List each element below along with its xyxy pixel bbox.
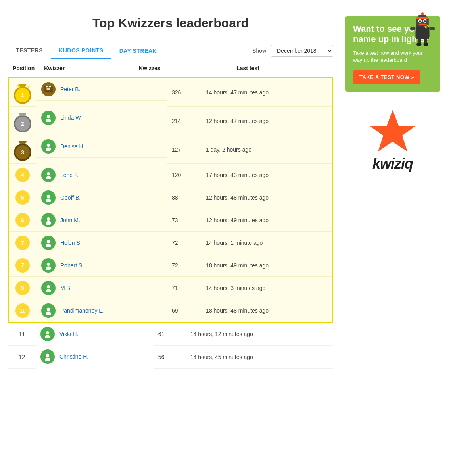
- svg-point-31: [419, 20, 421, 22]
- kwizzer-cell: Peter B.: [36, 78, 167, 101]
- svg-point-21: [47, 307, 50, 311]
- kwiziq-logo: kwiziq: [345, 100, 440, 180]
- kwiziq-star-icon: [369, 108, 416, 155]
- svg-point-8: [46, 147, 51, 151]
- position-cell: ★ ★ ★ 1: [9, 78, 36, 107]
- kwizzer-cell: Helen S.: [36, 232, 167, 254]
- svg-point-2: [46, 86, 48, 87]
- svg-point-6: [46, 119, 51, 122]
- svg-point-19: [47, 285, 50, 288]
- kwizzer-name[interactable]: John M.: [60, 217, 80, 223]
- kwiziq-brand-name: kwiziq: [372, 155, 413, 172]
- position-badge: 5: [15, 190, 30, 205]
- svg-point-15: [47, 240, 50, 243]
- kwizzer-cell: Christine H.: [36, 345, 154, 368]
- avatar: [40, 327, 55, 341]
- svg-rect-45: [418, 15, 427, 17]
- svg-point-23: [46, 331, 50, 335]
- last-test-cell: 12 hours, 49 minutes ago: [201, 209, 332, 232]
- svg-point-14: [46, 221, 51, 225]
- sidebar: Want to see your name up in lights? Take…: [345, 16, 440, 369]
- svg-point-9: [47, 172, 50, 175]
- kwizzes-cell: 73: [167, 209, 201, 232]
- position-badge: 7: [15, 258, 30, 273]
- svg-rect-42: [416, 43, 421, 46]
- kwizzer-name[interactable]: Geoff B.: [60, 194, 81, 201]
- avatar: [41, 111, 56, 125]
- kwizzer-cell: Linda W.: [36, 107, 167, 129]
- table-row: 7 Helen S. 72 14 hours, 1 minute ago: [9, 232, 332, 254]
- kwizzes-cell: 120: [167, 164, 201, 186]
- table-row: 4 Lene F. 120 17 hours, 43 minutes ago: [9, 164, 332, 186]
- last-test-cell: 14 hours, 45 minutes ago: [186, 345, 333, 368]
- svg-rect-37: [430, 27, 435, 30]
- last-test-cell: 12 hours, 48 minutes ago: [201, 186, 332, 209]
- take-test-button[interactable]: TAKE A TEST NOW »: [353, 70, 420, 84]
- svg-rect-43: [424, 43, 428, 46]
- avatar: [41, 82, 56, 96]
- svg-point-20: [46, 289, 51, 292]
- top10-table: ★ ★ ★ 1 Peter B.: [9, 78, 332, 322]
- position-cell: 3: [9, 135, 36, 164]
- svg-rect-4: [46, 88, 50, 90]
- period-select[interactable]: December 2018 November 2018 October 2018…: [271, 45, 333, 57]
- position-cell: 7: [9, 232, 36, 254]
- position-cell: 7: [9, 254, 36, 277]
- last-test-cell: 17 hours, 43 minutes ago: [201, 164, 332, 186]
- leaderboard-table: Position Kwizzer Kwizzes Last test: [8, 60, 333, 77]
- avatar: [41, 213, 56, 227]
- kwizzer-name[interactable]: Robert S.: [60, 262, 84, 269]
- last-test-cell: 14 hours, 12 minutes ago: [186, 323, 333, 345]
- kwizzer-cell: Lene F.: [36, 164, 167, 186]
- last-test-cell: 1 day, 2 hours ago: [201, 135, 332, 164]
- table-row: 5 Geoff B. 88 12 hours, 48 minutes ago: [9, 186, 332, 209]
- col-kwizzer: Kwizzer: [39, 60, 134, 77]
- kwizzes-cell: 69: [167, 299, 201, 322]
- tab-testers[interactable]: TESTERS: [8, 42, 51, 60]
- kwizzer-cell: John M.: [36, 209, 167, 232]
- svg-rect-36: [410, 27, 416, 30]
- table-row: 12 Christine H. 56 14 hours, 45 minutes …: [8, 345, 333, 368]
- table-row: 11 Vikki H. 61 14 hours, 12 minutes ago: [8, 323, 333, 345]
- kwizzer-cell: Geoff B.: [36, 186, 167, 209]
- last-test-cell: 14 hours, 1 minute ago: [201, 232, 332, 254]
- kwizzer-cell: Vikki H.: [36, 323, 154, 345]
- kwizzer-name[interactable]: M B.: [60, 285, 72, 291]
- svg-point-22: [46, 311, 51, 315]
- position-cell: 6: [9, 209, 36, 232]
- kwizzer-name[interactable]: Christine H.: [60, 353, 88, 360]
- avatar: [41, 190, 56, 205]
- avatar: [41, 139, 56, 154]
- table-row: 3 Denise H. 127 1 day, 2 hours ago: [9, 135, 332, 164]
- tab-kudos[interactable]: KUDOS POINTS: [51, 42, 111, 60]
- kwizzes-cell: 326: [167, 78, 201, 107]
- svg-point-3: [49, 86, 51, 87]
- kwizzer-name[interactable]: Lene F.: [60, 172, 79, 178]
- svg-point-16: [46, 244, 51, 247]
- promo-box: Want to see your name up in lights? Take…: [345, 16, 440, 92]
- kwizzer-name[interactable]: Linda W.: [60, 115, 82, 121]
- kwizzer-name[interactable]: Helen S.: [60, 240, 82, 246]
- svg-point-32: [424, 20, 426, 22]
- show-filter: Show: December 2018 November 2018 Octobe…: [252, 45, 333, 57]
- last-test-cell: 18 hours, 49 minutes ago: [201, 254, 332, 277]
- kwizzer-name[interactable]: Vikki H.: [60, 331, 78, 337]
- tab-daystreak[interactable]: DAY STREAK: [111, 43, 165, 59]
- position-cell: 2: [9, 107, 36, 135]
- page-title: Top Kwizzers leaderboard: [8, 16, 333, 31]
- kwizzes-cell: 56: [154, 345, 186, 368]
- kwizzer-name[interactable]: Peter B.: [60, 86, 81, 92]
- avatar: [41, 303, 56, 318]
- kwizzes-cell: 127: [167, 135, 201, 164]
- kwizzes-cell: 88: [167, 186, 201, 209]
- normal-table: 11 Vikki H. 61 14 hours, 12 minutes ago …: [8, 323, 333, 369]
- svg-point-25: [46, 354, 50, 357]
- table-row: 2 Linda W. 214 12 hours, 47 minutes ago: [9, 107, 332, 135]
- kwizzer-cell: Pandlmahoney L.: [36, 299, 167, 322]
- avatar: [41, 236, 56, 250]
- promo-desc: Take a test now and work your way up the…: [353, 50, 432, 64]
- avatar: [41, 281, 56, 295]
- kwizzer-name[interactable]: Denise H.: [60, 143, 84, 150]
- kwizzer-name[interactable]: Pandlmahoney L.: [60, 307, 104, 314]
- col-kwizzes: Kwizzes: [134, 60, 232, 77]
